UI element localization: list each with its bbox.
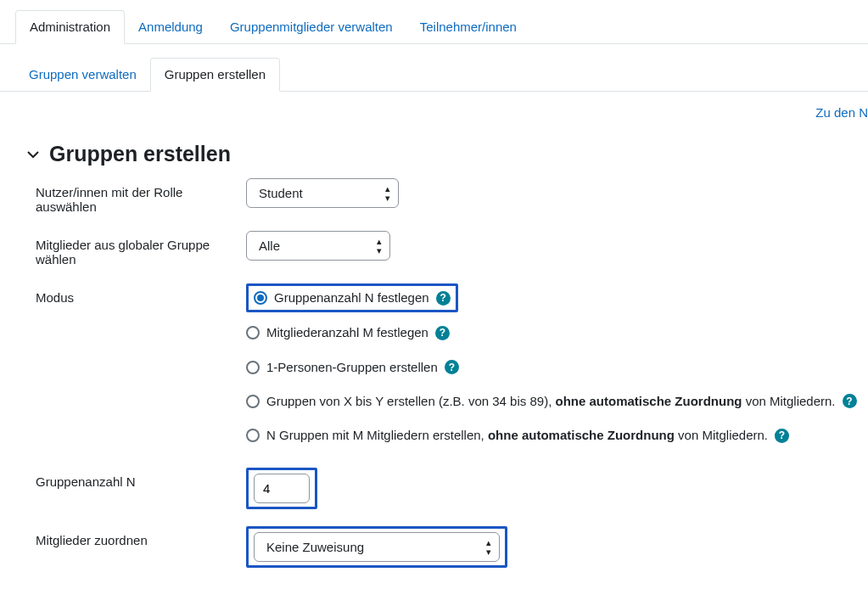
radio-x-bis-y[interactable] [246,395,260,408]
select-global-group[interactable]: Alle [246,231,390,261]
content: Gruppen erstellen Nutzer/innen mit der R… [0,120,868,585]
highlight-box-modus1: Gruppenanzahl N festlegen ? [246,283,458,312]
radio-label-1-personen: 1-Personen-Gruppen erstellen [266,359,438,376]
radio-mitgliederanzahl-m[interactable] [246,326,260,339]
radio-label-x-bis-y: Gruppen von X bis Y erstellen (z.B. von … [266,393,836,410]
select-assign[interactable]: Keine Zuweisung [254,532,500,562]
radio-option-1person: 1-Personen-Gruppen erstellen ? [246,359,860,376]
radio-1-personen[interactable] [246,361,260,374]
tab-gruppenmitglieder[interactable]: Gruppenmitglieder verwalten [216,11,406,43]
section-title: Gruppen erstellen [49,142,231,166]
select-role[interactable]: Student [246,178,399,208]
label-role: Nutzer/innen mit der Rolle auswählen [25,178,246,214]
tab-gruppen-erstellen[interactable]: Gruppen erstellen [150,58,280,92]
tab-administration[interactable]: Administration [15,10,125,44]
row-global-group: Mitglieder aus globaler Gruppe wählen Al… [25,231,860,266]
radio-n-m[interactable] [246,429,260,442]
tab-anmeldung[interactable]: Anmeldung [125,11,216,43]
label-modus: Modus [25,283,246,305]
row-assign: Mitglieder zuordnen Keine Zuweisung ▴▾ [25,526,860,568]
highlight-box-groupcount [246,468,317,509]
secondary-tabs: Gruppen verwalten Gruppen erstellen [0,44,868,92]
label-groupcount: Gruppenanzahl N [25,468,246,489]
label-assign: Mitglieder zuordnen [25,526,246,547]
row-modus: Modus Gruppenanzahl N festlegen ? Mitgli… [25,283,860,451]
help-icon[interactable]: ? [775,429,789,443]
top-right-link[interactable]: Zu den N [0,92,868,120]
radio-label-mitgliederanzahl-m: Mitgliederanzahl M festlegen [266,324,428,341]
tab-gruppen-verwalten[interactable]: Gruppen verwalten [15,59,150,91]
highlight-box-assign: Keine Zuweisung ▴▾ [246,526,507,568]
radio-label-n-m: N Gruppen mit M Mitgliedern erstellen, o… [266,427,768,444]
primary-tabs: Administration Anmeldung Gruppenmitglied… [0,0,868,44]
radio-label-gruppenanzahl-n: Gruppenanzahl N festlegen [274,289,429,306]
section-header[interactable]: Gruppen erstellen [25,142,860,166]
radio-option-mitgliederanzahl: Mitgliederanzahl M festlegen ? [246,324,860,341]
help-icon[interactable]: ? [445,360,459,374]
label-global-group: Mitglieder aus globaler Gruppe wählen [25,231,246,266]
radio-option-x-bis-y: Gruppen von X bis Y erstellen (z.B. von … [246,393,860,410]
radio-gruppenanzahl-n[interactable] [254,291,267,305]
chevron-down-icon [25,147,41,162]
row-role: Nutzer/innen mit der Rolle auswählen Stu… [25,178,860,214]
help-icon[interactable]: ? [436,291,451,306]
input-groupcount[interactable] [254,474,310,503]
help-icon[interactable]: ? [435,326,450,340]
tab-teilnehmer[interactable]: Teilnehmer/innen [406,11,530,43]
help-icon[interactable]: ? [843,394,857,408]
row-groupcount: Gruppenanzahl N [25,468,860,509]
radio-option-n-m: N Gruppen mit M Mitgliedern erstellen, o… [246,427,860,444]
